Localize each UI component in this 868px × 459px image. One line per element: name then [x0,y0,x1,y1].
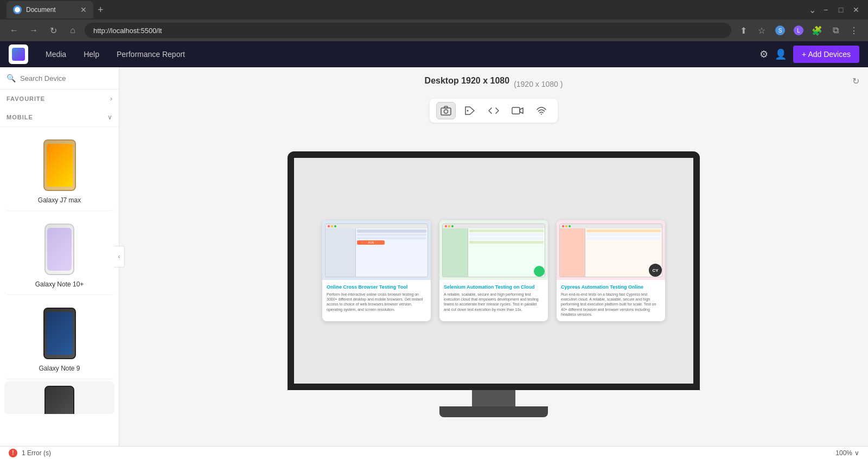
preview-card-title-2: Cypress Automation Testing Online [561,284,661,290]
svg-point-8 [467,110,469,112]
device-card-note9[interactable]: Galaxy Note 9 [4,297,114,379]
back-button[interactable]: ← [7,23,22,38]
tab-close-button[interactable]: ✕ [80,5,87,14]
home-button[interactable]: ⌂ [65,23,80,38]
svg-point-10 [541,114,542,115]
svg-point-6 [444,110,448,113]
share-icon[interactable]: ⬆ [736,23,751,38]
camera-tool-button[interactable] [436,102,456,119]
preview-cards-row: RUN Online Cross Browser Testing [322,220,665,321]
preview-card-1[interactable]: Selenium Automation Testing on Cloud A r… [439,220,548,321]
address-input[interactable] [85,23,731,38]
code-tool-button[interactable] [484,102,503,119]
preview-card-img-1 [439,220,548,280]
bookmark-icon[interactable]: ☆ [754,23,769,38]
menu-icon[interactable]: ⋮ [846,23,861,38]
nav-performance-report[interactable]: Performance Report [108,41,194,67]
monitor-content: RUN Online Cross Browser Testing [294,158,693,384]
svg-text:S: S [778,28,782,34]
profile-icon[interactable]: S [773,23,788,38]
zoom-dropdown-icon[interactable]: ∨ [854,449,859,457]
user-icon[interactable]: 👤 [775,48,787,60]
tag-tool-button[interactable] [460,102,480,119]
search-input[interactable] [20,74,112,82]
svg-rect-7 [444,106,448,108]
active-tab[interactable]: Document ✕ [7,1,93,18]
address-bar-row: ← → ↻ ⌂ ⬆ ☆ S L 🧩 ⧉ ⋮ [0,20,868,41]
mobile-category: MOBILE ∨ [0,108,119,127]
monitor-stand-base [439,406,548,417]
add-devices-button[interactable]: + Add Devices [793,46,859,63]
mobile-category-header[interactable]: MOBILE ∨ [0,108,119,126]
search-box: 🔍 [0,67,119,90]
tab-bar: Document ✕ + [7,0,802,20]
device-name-j7: Galaxy J7 max [38,196,81,204]
video-tool-button[interactable] [508,102,527,119]
favourite-arrow-icon: › [110,95,112,103]
device-image-note10 [38,222,81,276]
screen-area: RUN Online Cross Browser Testing [128,131,859,437]
favourite-category[interactable]: FAVOURITE › [0,90,119,108]
zoom-level: 100% [835,449,852,457]
forward-button[interactable]: → [26,23,41,38]
preview-card-2[interactable]: CY Cypress Automation Testing Online Run… [557,220,665,321]
search-icon: 🔍 [7,74,16,82]
device-name-note9: Galaxy Note 9 [39,365,80,372]
partial-device [4,381,114,414]
content-area: Desktop 1920 x 1080 (1920 x 1080 ) [119,67,868,446]
sidebar-collapse-button[interactable]: ‹ [114,246,125,267]
tab-dropdown-icon[interactable]: ⌄ [809,5,816,15]
settings-icon[interactable]: ⚙ [760,48,768,60]
device-card-note10[interactable]: Galaxy Note 10+ [4,213,114,295]
main-layout: 🔍 FAVOURITE › MOBILE ∨ Galaxy J7 max Gal… [0,67,868,446]
maximize-button[interactable]: □ [835,4,846,15]
device-name-note10: Galaxy Note 10+ [35,280,84,288]
svg-point-0 [15,7,20,12]
tab-favicon [13,5,22,14]
nav-help[interactable]: Help [75,41,108,67]
reload-button[interactable]: ↻ [46,23,61,38]
nav-media[interactable]: Media [37,41,75,67]
preview-card-body-0: Online Cross Browser Testing Tool Perfor… [322,280,431,316]
device-image-j7 [38,138,81,192]
split-view-icon[interactable]: ⧉ [828,23,843,38]
tab-title: Document [26,6,76,14]
device-title: Desktop 1920 x 1080 [425,76,510,86]
preview-card-body-2: Cypress Automation Testing Online Run en… [557,280,665,321]
browser-toolbar-icons: ⬆ ☆ S L 🧩 ⧉ ⋮ [736,23,861,38]
close-button[interactable]: ✕ [851,4,861,15]
preview-card-img-inner-0: RUN [322,220,431,280]
device-card-j7[interactable]: Galaxy J7 max [4,129,114,211]
preview-card-0[interactable]: RUN Online Cross Browser Testing [322,220,431,321]
preview-card-desc-0: Perform live-interactive online cross br… [327,292,426,311]
preview-card-img-inner-2: CY [557,220,665,280]
preview-card-desc-1: A reliable, scalable, secure and high pe… [444,292,544,311]
phone-note10-image [44,224,74,275]
window-controls: − □ ✕ [820,4,861,15]
device-image-note9 [38,306,81,360]
svg-text:L: L [797,28,800,34]
extension-icon[interactable]: L [791,23,806,38]
preview-card-img-0: RUN [322,220,431,280]
device-resolution: (1920 x 1080 ) [514,80,563,88]
preview-card-body-1: Selenium Automation Testing on Cloud A r… [439,280,548,316]
preview-card-img-2: CY [557,220,665,280]
wifi-tool-button[interactable] [532,102,551,119]
monitor-container: RUN Online Cross Browser Testing [288,151,700,417]
minimize-button[interactable]: − [820,4,831,15]
monitor-screen: RUN Online Cross Browser Testing [288,151,700,390]
app-logo-inner [12,48,25,61]
sidebar: 🔍 FAVOURITE › MOBILE ∨ Galaxy J7 max Gal… [0,67,119,446]
extensions-button[interactable]: 🧩 [809,23,825,38]
refresh-icon[interactable]: ↻ [852,76,859,86]
preview-card-desc-2: Run end-to-end tests on a blazing fast C… [561,292,661,316]
new-tab-button[interactable]: + [98,4,104,16]
mobile-arrow-icon: ∨ [107,113,112,121]
device-toolbar [430,99,558,123]
device-title-row: Desktop 1920 x 1080 (1920 x 1080 ) [425,76,563,92]
monitor-stand-neck [472,390,515,406]
preview-card-title-1: Selenium Automation Testing on Cloud [444,284,544,290]
preview-card-title-0: Online Cross Browser Testing Tool [327,284,426,290]
app-header: Media Help Performance Report ⚙ 👤 + Add … [0,41,868,67]
status-bar: ! 1 Error (s) 100% ∨ [0,446,868,459]
